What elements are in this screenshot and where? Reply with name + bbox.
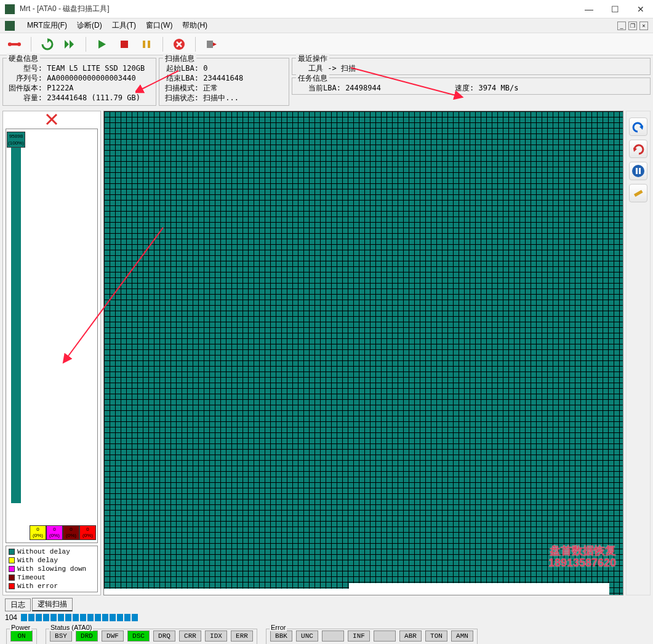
svg-rect-9 [148,41,150,48]
undo-button[interactable] [629,117,647,136]
refresh-button[interactable] [39,36,56,53]
end-lba-value: 234441648 [203,73,243,83]
progress-segment [58,614,64,621]
minimize-button[interactable]: — [582,4,596,14]
mdi-close[interactable]: × [639,22,648,30]
ruler-button[interactable] [629,184,647,202]
status-btn-drd[interactable]: DRD [76,630,98,642]
fw-value: P1222A [47,83,73,93]
menu-help[interactable]: 帮助(H) [177,20,212,31]
bar-legend-cell: 0(0%) [30,525,46,540]
menu-window[interactable]: 窗口(W) [141,20,177,31]
status-group: Status (ATA0) BSYDRDDWFDSCDRQCRRIDXERR [46,629,257,644]
svg-rect-16 [636,168,638,174]
progress-segment [95,614,101,621]
pause-round-button[interactable] [629,162,647,180]
menubar: MRT应用(F) 诊断(D) 工具(T) 窗口(W) 帮助(H) _ ❐ × [0,18,653,33]
model-value: TEAM L5 LITE SSD 120GB [47,63,145,73]
svg-rect-8 [143,41,145,48]
error-btn-blank[interactable] [322,630,344,642]
svg-point-1 [8,42,12,46]
pin-button[interactable] [6,36,23,53]
cur-lba-label: 当前LBA: [308,83,341,93]
scan-mode-value: 正常 [203,83,218,93]
close-button[interactable]: ✕ [633,4,648,14]
status-btn-drq[interactable]: DRQ [153,630,175,642]
pause-button[interactable] [138,36,155,53]
error-btn-unc[interactable]: UNC [296,630,318,642]
menu-tools[interactable]: 工具(T) [107,20,141,31]
task-info-legend: 任务信息 [296,73,329,84]
serial-value: AA000000000000003440 [47,73,136,83]
status-group-label: Status (ATA0) [49,624,93,631]
right-info-stack: 最近操作 工具 -> 扫描 任务信息 当前LBA: 24498944 速度: 3… [292,58,651,106]
menu-app-icon [5,21,15,31]
progress-segment [36,614,42,621]
legend-item: With error [9,582,95,590]
status-btn-idx[interactable]: IDX [205,630,227,642]
svg-marker-4 [65,40,69,49]
disk-info-legend: 硬盘信息 [7,54,40,64]
serial-label: 序列号: [7,73,42,83]
svg-rect-18 [634,190,643,197]
redo-button[interactable] [629,140,647,158]
tab-logic-scan[interactable]: 逻辑扫描 [32,598,73,611]
cur-lba-value: 24498944 [345,83,381,93]
error-btn-abr[interactable]: ABR [399,630,422,642]
cancel-button[interactable] [170,36,188,53]
bar-main-body [11,148,21,503]
progress-segment [87,614,94,621]
close-panel-button[interactable] [3,111,100,127]
status-btn-crr[interactable]: CRR [179,630,201,642]
legend-box: Without delayWith delayWith slowing down… [6,546,98,592]
progress-segment [102,614,108,621]
speed-value: 3974 MB/s [478,83,518,93]
left-strip: 95898(100%) 0(0%)0(0%)0(0%)0(0%) Without… [2,111,101,595]
power-label: Power [10,624,31,631]
mdi-restore[interactable]: ❐ [628,22,637,30]
main-area: 95898(100%) 0(0%)0(0%)0(0%)0(0%) Without… [0,108,653,598]
status-btn-dsc[interactable]: DSC [127,630,150,642]
tabs-row: 日志 逻辑扫描 [0,598,653,611]
mdi-minimize[interactable]: _ [617,22,626,30]
error-btn-blank[interactable] [374,630,396,642]
legend-label: With slowing down [17,565,86,573]
play-button[interactable] [94,36,111,53]
recent-op-legend: 最近操作 [296,54,329,64]
progress-segment [28,614,34,621]
status-btn-bsy[interactable]: BSY [50,630,72,642]
menu-mrt-app[interactable]: MRT应用(F) [22,20,72,31]
legend-swatch [9,566,15,572]
legend-item: With slowing down [9,565,95,573]
legend-item: Without delay [9,547,95,556]
info-panels-row: 硬盘信息 型号: TEAM L5 LITE SSD 120GB 序列号: AA0… [0,55,653,108]
scan-info-panel: 扫描信息 起始LBA: 0 结束LBA: 234441648 扫描模式: 正常 … [159,58,289,106]
progress-segment [43,614,49,621]
tab-log[interactable]: 日志 [5,598,31,611]
error-btn-amn[interactable]: AMN [451,630,473,642]
toolbar [0,33,653,55]
legend-swatch [9,574,15,581]
progress-value: 104 [5,613,17,622]
error-btn-bbk[interactable]: BBK [270,630,292,642]
export-button[interactable] [203,36,220,53]
model-label: 型号: [7,63,42,73]
status-btn-dwf[interactable]: DWF [102,630,124,642]
stop-button[interactable] [116,36,133,53]
disk-info-panel: 硬盘信息 型号: TEAM L5 LITE SSD 120GB 序列号: AA0… [2,58,156,106]
status-btn-err[interactable]: ERR [231,630,253,642]
maximize-button[interactable]: ☐ [607,4,622,14]
progress-segment [110,614,116,621]
error-btn-inf[interactable]: INF [348,630,370,642]
legend-label: With error [17,582,58,590]
progress-segment [132,614,138,621]
legend-label: Without delay [17,547,70,556]
progress-segment [73,614,79,621]
svg-rect-11 [207,41,213,48]
menu-diagnose[interactable]: 诊断(D) [72,20,107,31]
svg-marker-6 [98,40,106,49]
power-on-button[interactable]: ON [10,630,33,642]
fast-forward-button[interactable] [61,36,78,53]
error-btn-ton[interactable]: TON [425,630,447,642]
fw-label: 固件版本: [7,83,42,93]
